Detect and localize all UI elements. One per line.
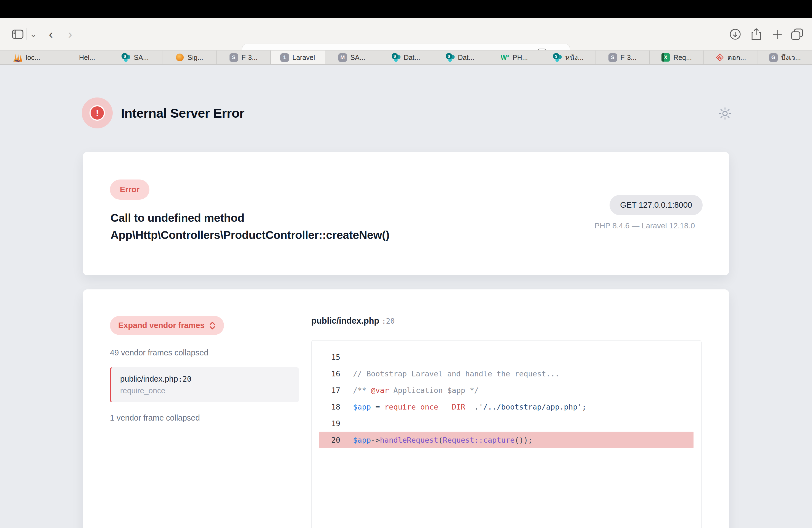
error-summary-card: Error Call to undefined method App\Http\… [83,152,729,275]
vendor-frames-collapsed-bottom: 1 vendor frame collapsed [110,413,299,423]
tab-label: F-3... [242,54,257,62]
downloads-icon[interactable] [727,18,743,50]
line-number: 18 [319,402,340,411]
code-line: 15 [319,349,694,365]
tab-label: SA... [350,54,365,62]
excel-icon: X [661,53,670,62]
error-page: ! Internal Server Error Error Call to un… [0,64,812,528]
laravel-icon [67,53,76,62]
error-message: Call to undefined method App\Http\Contro… [111,209,497,244]
tab-label: F-3... [620,54,636,62]
tab-f3[interactable]: SF-3... [595,50,650,64]
tab-dat[interactable]: SDat... [379,50,433,64]
tab-[interactable]: ดอก... [704,50,758,64]
code-snippet[interactable]: 1516// Bootstrap Laravel and handle the … [311,340,701,528]
back-icon[interactable]: ‹ [44,18,58,50]
code-line: 17/** @var Application $app */ [319,382,694,398]
stack-frame-item[interactable]: public/index.php:20 require_once [110,367,299,402]
code-line: 16// Bootstrap Laravel and handle the re… [319,365,694,382]
tile-icon: S [229,53,238,62]
tab-[interactable]: Sหนัง... [541,50,595,64]
tab-overview-icon[interactable] [789,18,805,50]
stack-column: Expand vendor frames 49 vendor frames co… [110,316,299,423]
tab-ph[interactable]: W3PH... [487,50,541,64]
theme-toggle-sun-icon[interactable] [718,107,732,120]
tab-sa[interactable]: MSA... [325,50,379,64]
expand-vendor-frames-button[interactable]: Expand vendor frames [110,316,224,335]
toolbar-divider [27,28,27,40]
frame-file: public/index.php:20 [120,375,290,384]
tab-label: SA... [134,54,149,62]
tile-icon: M [338,53,347,62]
tab-dat[interactable]: SDat... [433,50,487,64]
expand-chevrons-icon [209,321,216,330]
red-diamond-icon [715,53,724,62]
stack-trace-card: Expand vendor frames 49 vendor frames co… [83,289,729,528]
tab-hel[interactable]: Hel... [54,50,108,64]
tab-loc[interactable]: PMAloc... [0,50,54,64]
sharepoint-icon: S [446,53,454,62]
w3schools-icon: W3 [501,53,509,62]
sharepoint-icon: S [392,53,401,62]
error-circle-icon: ! [82,98,113,128]
tab-sa[interactable]: SSA... [108,50,162,64]
version-info: PHP 8.4.6 — Laravel 12.18.0 [594,221,695,230]
browser-toolbar: ⌄ ‹ › 127.0.0.1 A ↻ [0,18,812,50]
tab-label: บึงเว... [781,52,801,63]
new-tab-icon[interactable] [769,18,785,50]
tab-sig[interactable]: Sig... [162,50,217,64]
line-number: 20 [319,436,340,444]
line-number: 17 [319,386,340,395]
tab-label: หนัง... [565,52,584,63]
code-line-highlighted: 20$app->handleRequest(Request::capture()… [319,431,694,448]
tab-req[interactable]: XReq... [650,50,704,64]
screen: ⌄ ‹ › 127.0.0.1 A ↻ [0,0,812,528]
tab-label: Req... [673,54,692,62]
sharepoint-icon: S [553,53,562,62]
tab-label: loc... [26,54,40,62]
page-title: Internal Server Error [121,105,244,121]
tab-label: ดอก... [727,52,746,63]
vendor-frames-collapsed-top: 49 vendor frames collapsed [110,348,299,357]
tab-label: Dat... [404,54,420,62]
phpmyadmin-icon: PMA [14,53,23,62]
tab-label: PH... [512,54,528,62]
tab-label: Dat... [458,54,475,62]
tab-label: Sig... [188,54,203,62]
orange-dot-icon [175,53,184,62]
menu-bar [0,0,812,18]
tab-f3[interactable]: SF-3... [217,50,271,64]
sharepoint-icon: S [121,53,130,62]
tab-label: Laravel [292,54,315,62]
forward-icon[interactable]: › [63,18,77,50]
tab-active-laravel[interactable]: 1Laravel [271,50,325,64]
tab-bar: PMAloc...Hel...SSA...Sig...SF-3...1Larav… [0,50,812,64]
tile-icon: G [769,53,778,62]
tab-label: Hel... [79,54,95,62]
code-line: 18$app = require_once __DIR__.'/../boots… [319,398,694,415]
tab-[interactable]: Gบึงเว... [758,50,812,64]
line-number: 16 [319,369,340,378]
code-filename: public/index.php :20 [311,316,701,326]
chevron-down-icon[interactable]: ⌄ [27,18,40,50]
request-badge: GET 127.0.0.1:8000 [610,195,702,215]
sidebar-icon[interactable] [10,18,25,50]
line-number: 19 [319,419,340,428]
error-badge: Error [110,179,149,200]
line-number: 15 [319,353,340,362]
tile-icon: S [608,53,617,62]
code-line: 19 [319,415,694,431]
tile-icon: 1 [280,53,289,62]
frame-method: require_once [120,386,290,395]
code-column: public/index.php :20 1516// Bootstrap La… [311,316,701,528]
share-icon[interactable] [749,18,764,50]
